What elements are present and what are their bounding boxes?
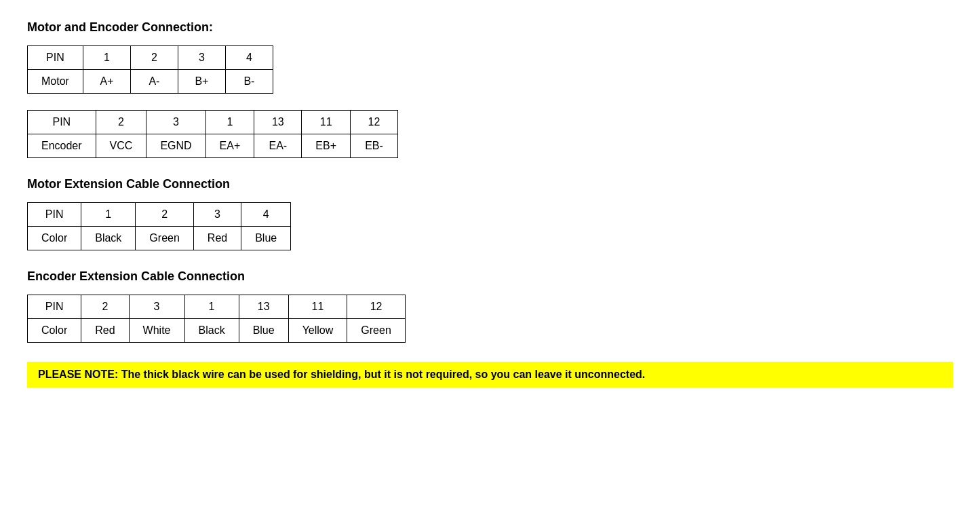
table-cell: Black [81,227,136,250]
table-cell: 11 [288,295,347,319]
table-cell: 11 [302,111,351,134]
encoder-extension-section: Encoder Extension Cable Connection PIN 2… [27,269,953,343]
table-cell: 1 [205,111,254,134]
table-cell: PIN [28,46,83,70]
table-cell: Blue [241,227,291,250]
table-row: Color Black Green Red Blue [28,227,291,250]
table-cell: 4 [225,46,273,70]
table-cell: Black [184,319,239,343]
table-cell: 2 [81,295,129,319]
table-cell: Green [347,319,405,343]
encoder-ext-table: PIN 2 3 1 13 11 12 Color Red White Black… [27,295,406,343]
motor-extension-section: Motor Extension Cable Connection PIN 1 2… [27,177,953,250]
table-cell: 13 [239,295,288,319]
table-cell: 2 [96,111,146,134]
encoder-table-container: PIN 2 3 1 13 11 12 Encoder VCC EGND EA+ … [27,110,953,158]
motor-table-container: PIN 1 2 3 4 Motor A+ A- B+ B- [27,45,953,94]
table-cell: 13 [254,111,302,134]
table-cell: Color [28,227,81,250]
table-cell: 4 [241,203,291,227]
table-cell: PIN [28,203,81,227]
table-cell: B- [225,70,273,94]
table-cell: VCC [96,134,146,158]
table-cell: Yellow [288,319,347,343]
table-cell: EB+ [302,134,351,158]
table-cell: Red [81,319,129,343]
table-cell: 12 [350,111,397,134]
motor-ext-table: PIN 1 2 3 4 Color Black Green Red Blue [27,202,291,250]
table-cell: Green [136,227,193,250]
table-cell: 1 [184,295,239,319]
table-cell: Encoder [28,134,96,158]
table-cell: Motor [28,70,83,94]
page-content: Motor and Encoder Connection: PIN 1 2 3 … [27,20,953,388]
table-cell: 12 [347,295,405,319]
motor-table: PIN 1 2 3 4 Motor A+ A- B+ B- [27,45,273,94]
table-cell: EA- [254,134,302,158]
table-row: PIN 2 3 1 13 11 12 [28,111,398,134]
table-cell: PIN [28,111,96,134]
table-cell: 2 [130,46,178,70]
table-row: PIN 1 2 3 4 [28,46,273,70]
table-cell: 3 [193,203,241,227]
encoder-table: PIN 2 3 1 13 11 12 Encoder VCC EGND EA+ … [27,110,398,158]
table-cell: B+ [178,70,225,94]
table-cell: 3 [146,111,205,134]
motor-encoder-section: Motor and Encoder Connection: PIN 1 2 3 … [27,20,953,158]
table-cell: White [129,319,184,343]
motor-ext-table-container: PIN 1 2 3 4 Color Black Green Red Blue [27,202,953,250]
table-cell: 3 [178,46,225,70]
motor-extension-title: Motor Extension Cable Connection [27,177,953,191]
table-cell: 3 [129,295,184,319]
encoder-ext-table-container: PIN 2 3 1 13 11 12 Color Red White Black… [27,295,953,343]
table-cell: PIN [28,295,81,319]
table-cell: 1 [81,203,136,227]
table-row: PIN 2 3 1 13 11 12 [28,295,406,319]
table-row: Motor A+ A- B+ B- [28,70,273,94]
table-cell: EGND [146,134,205,158]
table-cell: Red [193,227,241,250]
table-cell: 1 [83,46,130,70]
table-cell: A- [130,70,178,94]
encoder-extension-title: Encoder Extension Cable Connection [27,269,953,284]
table-cell: A+ [83,70,130,94]
table-row: PIN 1 2 3 4 [28,203,291,227]
table-cell: Blue [239,319,288,343]
table-cell: 2 [136,203,193,227]
table-row: Encoder VCC EGND EA+ EA- EB+ EB- [28,134,398,158]
table-cell: Color [28,319,81,343]
table-cell: EB- [350,134,397,158]
table-cell: EA+ [205,134,254,158]
please-note-bar: PLEASE NOTE: The thick black wire can be… [27,362,953,388]
table-row: Color Red White Black Blue Yellow Green [28,319,406,343]
motor-encoder-title: Motor and Encoder Connection: [27,20,953,35]
